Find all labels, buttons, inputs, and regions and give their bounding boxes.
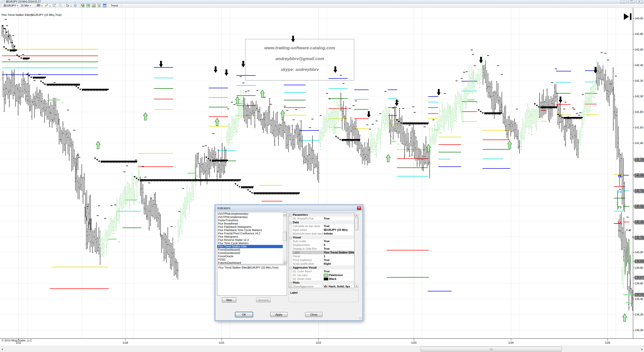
scroll-up-icon[interactable]: ▲	[283, 212, 287, 216]
close-button-dialog[interactable]: Close	[305, 312, 323, 317]
grid-row[interactable]: Maximum bars look backInfinite	[289, 232, 354, 236]
grid-row[interactable]: Panel1	[289, 254, 354, 258]
indicator-list-item[interactable]: Flux Trend Stalker Elite	[217, 245, 287, 248]
grid-row[interactable]: Input series$EURJPY (15 Min)	[289, 228, 354, 232]
indicator-list-item[interactable]: Flux Fractal Pivot Confluence v4.2	[217, 232, 287, 235]
indicator-list-item[interactable]: ForexDashboard1	[217, 248, 287, 251]
grid-row[interactable]: 02. Up colorPaleGreen	[289, 273, 354, 277]
property-value[interactable]: Hash; Solid; 0px	[323, 285, 354, 288]
horizontal-scrollbar[interactable]: ◄ ►	[0, 346, 644, 352]
property-grid[interactable]: −Parameters06. RoundToTickTrue−DataCalcu…	[289, 213, 354, 288]
expand-icon[interactable]: +	[289, 285, 292, 288]
grid-scrollbar[interactable]: ▲ ▼	[354, 213, 359, 288]
property-value[interactable]: Black	[323, 277, 354, 281]
indicator-list-item[interactable]: Flux Flashback Time Cycle Markers	[217, 229, 287, 232]
instrument-dropdown[interactable]: $EURJPY ▼	[4, 4, 18, 8]
list-scrollbar-thumb[interactable]	[283, 232, 287, 241]
cursor-tool-button[interactable]: ▼	[66, 4, 72, 8]
zoom-ball-button[interactable]	[73, 4, 77, 8]
grid-row[interactable]: +DownAggressiveHash; Solid; 0px	[289, 285, 354, 288]
close-button[interactable]: ✕	[636, 0, 642, 3]
data-table-button[interactable]	[103, 4, 106, 8]
scroll-down-icon[interactable]: ▼	[355, 284, 358, 288]
grid-row[interactable]: Price marker(s)True	[289, 258, 354, 262]
dialog-close-button[interactable]: ✕	[357, 206, 361, 210]
scroll-left-icon[interactable]: ◄	[1, 348, 3, 350]
grid-row[interactable]: Auto scaleTrue	[289, 239, 354, 243]
property-value[interactable]: PaleGreen	[323, 273, 354, 277]
property-value[interactable]: True	[323, 247, 354, 250]
indicator-list-item[interactable]: FOSC	[217, 258, 287, 261]
chart-candles-button[interactable]	[86, 4, 90, 8]
property-value[interactable]: True	[323, 239, 354, 243]
grid-row[interactable]: LabelFlux Trend Stalker Elite	[289, 251, 354, 254]
window-titlebar[interactable]: $EURJPY (15 Min) 2014-01-27 — ❐ ✕	[0, 0, 644, 4]
property-value[interactable]: Infinite	[323, 232, 354, 235]
remove-button[interactable]: Remove	[256, 297, 271, 302]
grid-row[interactable]: Calculate on bar closeTrue	[289, 224, 354, 228]
zoom-out-button[interactable]	[59, 4, 62, 8]
draw-tool-button[interactable]: ▼	[45, 4, 51, 8]
restore-button[interactable]: ❐	[628, 0, 635, 3]
go-to-last-bar-button[interactable]	[624, 13, 633, 21]
collapse-icon[interactable]: −	[289, 221, 292, 224]
property-value[interactable]: True	[323, 270, 354, 273]
indicator-list-item[interactable]: FuturesDashboard	[217, 261, 287, 264]
indicator-list-item[interactable]: eVoTPhdcomplementary	[217, 212, 287, 215]
dialog-resize-grip[interactable]	[359, 317, 362, 320]
indicator-list-item[interactable]: Flux Time Cycle Markers	[217, 242, 287, 245]
chart-photo-button[interactable]	[92, 4, 96, 8]
collapse-icon[interactable]: −	[289, 266, 292, 269]
property-value[interactable]: Flux Trend Stalker Elite	[323, 251, 354, 254]
grid-scrollbar-thumb[interactable]	[355, 217, 358, 230]
grid-section-row[interactable]: −Data	[289, 221, 354, 224]
grid-row[interactable]: 03. Down colorBlack	[289, 277, 354, 281]
collapse-icon[interactable]: −	[289, 281, 292, 284]
scrollbar-thumb[interactable]	[421, 347, 562, 351]
indicators-dialog[interactable]: Indicators ✕ eVoTPhdcomplementaryeVoTPht…	[215, 205, 363, 321]
price-axis[interactable]: 143,00142,80142,60142,40142,20142,00141,…	[633, 8, 644, 338]
apply-button[interactable]: Apply	[270, 312, 288, 317]
grid-row[interactable]: Displacement0	[289, 243, 354, 247]
grid-section-row[interactable]: −Aggressive Visual	[289, 266, 354, 270]
dollar-doc-button[interactable]: $	[97, 4, 101, 8]
property-value[interactable]: Right	[323, 262, 354, 266]
ok-button[interactable]: OK	[235, 312, 253, 317]
grid-row[interactable]: 01. Color Bars?True	[289, 270, 354, 273]
minimize-button[interactable]: —	[620, 0, 627, 3]
collapse-icon[interactable]: −	[289, 213, 292, 216]
grid-section-row[interactable]: −Plots	[289, 281, 354, 285]
indicator-list-item[interactable]: ForexDashboard2	[217, 251, 287, 255]
indicator-list[interactable]: eVoTPhdcomplementaryeVoTPhtcomplementary…	[217, 212, 287, 264]
list-scrollbar[interactable]: ▲ ▼	[283, 212, 287, 264]
interval-dropdown[interactable]: 15 Min ▼	[21, 4, 31, 8]
grid-section-row[interactable]: −Visual	[289, 236, 354, 239]
scroll-right-icon[interactable]: ►	[641, 348, 643, 350]
property-value[interactable]: $EURJPY (15 Min)	[323, 228, 354, 232]
grid-row[interactable]: 06. RoundToTickTrue	[289, 217, 354, 221]
indicator-list-item[interactable]: eVoTPhtcomplementary	[217, 215, 287, 219]
trend-tool-button[interactable]: Trend	[111, 4, 118, 8]
scroll-down-icon[interactable]: ▼	[283, 260, 287, 264]
property-value[interactable]: True	[323, 258, 354, 262]
grid-row[interactable]: Display in Data BoxTrue	[289, 247, 354, 251]
collapse-icon[interactable]: −	[289, 236, 292, 239]
property-value[interactable]: 1	[323, 254, 354, 258]
property-value[interactable]: True	[323, 224, 354, 228]
indicator-list-item[interactable]: Flux Histograms	[217, 235, 287, 238]
indicator-list-item[interactable]: FisherTransform	[217, 219, 287, 222]
chart-style-button[interactable]	[81, 4, 85, 8]
toolbar-grip[interactable]	[1, 4, 2, 7]
time-axis[interactable]: 1/111/181/211/221/231/241/25	[0, 338, 644, 346]
grid-section-row[interactable]: −Parameters	[289, 213, 354, 217]
indicator-list-item[interactable]: Flux Flashback Histograms	[217, 225, 287, 229]
scroll-up-icon[interactable]: ▲	[355, 213, 358, 217]
zoom-in-button[interactable]	[52, 4, 56, 8]
new-button[interactable]: New	[222, 297, 236, 302]
grid-row[interactable]: Scale justificationRight	[289, 262, 354, 266]
indicator-list-item[interactable]: Flux Reverse Radar v2.3	[217, 238, 287, 242]
property-value[interactable]: 0	[323, 243, 354, 247]
property-value[interactable]: True	[323, 217, 354, 220]
dialog-titlebar[interactable]: Indicators ✕	[215, 205, 363, 211]
bar-type-button[interactable]: ▼	[37, 4, 43, 8]
